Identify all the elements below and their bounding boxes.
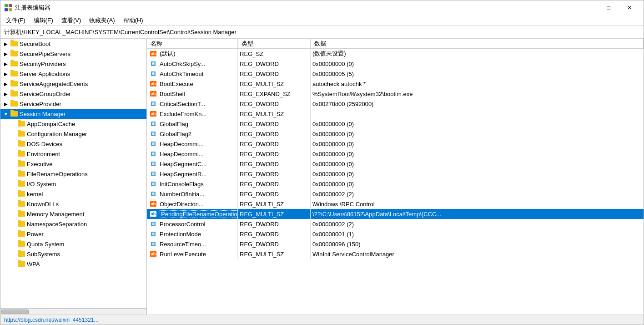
expand-btn-5[interactable]: ▶ [2,90,10,97]
folder-icon-9 [18,131,25,137]
expand-btn-15[interactable] [10,190,17,198]
sidebar-item-5[interactable]: ▶ServiceGroupOrder [0,89,146,99]
close-button[interactable]: ✕ [619,0,640,15]
expand-btn-11[interactable] [10,150,17,157]
table-row[interactable]: ⊞AutoChkSkipSy...REG_DWORD0x00000000 (0) [147,59,644,69]
expand-btn-1[interactable]: ▶ [2,50,10,57]
menu-view[interactable]: 查看(V) [58,15,85,25]
folder-icon-17 [18,211,25,217]
sidebar-horizontal-scrollbar[interactable] [0,308,146,315]
expand-btn-13[interactable] [10,170,17,178]
table-row[interactable]: ⊞CriticalSectionT...REG_DWORD0x00278d00 … [147,99,644,109]
table-row[interactable]: ⊞HeapSegmentR...REG_DWORD0x00000000 (0) [147,169,644,179]
table-row[interactable]: ⊞AutoChkTimeoutREG_DWORD0x00000005 (5) [147,69,644,79]
sidebar-item-20[interactable]: Quota System [0,239,146,249]
sidebar-item-14[interactable]: I/O System [0,179,146,189]
table-row[interactable]: abPendingFileRenameOperationsREG_MULTI_S… [147,209,644,219]
expand-btn-18[interactable] [10,220,17,228]
sidebar-item-21[interactable]: SubSystems [0,249,146,259]
expand-btn-2[interactable]: ▶ [2,60,10,67]
sidebar-item-9[interactable]: Configuration Manager [0,129,146,139]
table-row[interactable]: ⊞HeapSegmentC...REG_DWORD0x00000000 (0) [147,159,644,169]
menu-help[interactable]: 帮助(H) [120,15,147,25]
sidebar-item-19[interactable]: Power [0,229,146,239]
expand-btn-4[interactable]: ▶ [2,80,10,87]
cell-data-18: 0x00000001 (1) [311,229,644,239]
expand-btn-6[interactable]: ▶ [2,100,10,107]
menu-edit[interactable]: 编辑(E) [30,15,57,25]
sidebar-item-18[interactable]: NamespaceSeparation [0,219,146,229]
tree-item-label-9: Configuration Manager [27,131,87,137]
scrollbar-thumb[interactable] [1,310,29,314]
sidebar-item-15[interactable]: kernel [0,189,146,199]
sidebar-item-17[interactable]: Memory Management [0,209,146,219]
tree-item-label-10: DOS Devices [27,141,62,147]
tree-item-label-8: AppCompatCache [27,121,75,127]
minimize-button[interactable]: — [577,0,598,15]
sidebar-item-4[interactable]: ▶ServiceAggregatedEvents [0,79,146,89]
cell-type-12: REG_DWORD [238,169,311,179]
sidebar-item-3[interactable]: ▶Server Applications [0,69,146,79]
table-row[interactable]: ⊞ProtectionModeREG_DWORD0x00000001 (1) [147,229,644,239]
expand-btn-7[interactable]: ▼ [2,110,10,117]
table-row[interactable]: ⊞HeapDecommi...REG_DWORD0x00000000 (0) [147,149,644,159]
sidebar-tree[interactable]: ▶SecureBoot▶SecurePipeServers▶SecurityPr… [0,39,146,308]
expand-btn-14[interactable] [10,180,17,188]
expand-btn-0[interactable]: ▶ [2,40,10,47]
tree-item-label-11: Environment [27,151,60,157]
cell-name-5: ⊞CriticalSectionT... [147,99,238,109]
registry-rows[interactable]: ab(默认)REG_SZ(数值未设置)⊞AutoChkSkipSy...REG_… [147,49,644,315]
cell-type-19: REG_DWORD [238,239,311,249]
folder-icon-18 [18,221,25,227]
table-row[interactable]: abExcludeFromKn...REG_MULTI_SZ [147,109,644,119]
table-row[interactable]: ⊞GlobalFlagREG_DWORD0x00000000 (0) [147,119,644,129]
cell-name-7: ⊞GlobalFlag [147,119,238,129]
sidebar-item-6[interactable]: ▶ServiceProvider [0,99,146,109]
expand-btn-19[interactable] [10,230,17,238]
table-row[interactable]: ⊞GlobalFlag2REG_DWORD0x00000000 (0) [147,129,644,139]
expand-btn-20[interactable] [10,240,17,248]
table-row[interactable]: abBootShellREG_EXPAND_SZ%SystemRoot%\sys… [147,89,644,99]
sidebar-item-8[interactable]: AppCompatCache [0,119,146,129]
svg-rect-0 [5,4,8,7]
sidebar-item-22[interactable]: WPA [0,259,146,269]
reg-icon-dword: ⊞ [149,230,158,238]
sidebar-item-16[interactable]: KnownDLLs [0,199,146,209]
expand-btn-17[interactable] [10,210,17,218]
expand-btn-16[interactable] [10,200,17,208]
folder-icon-20 [18,241,25,247]
status-text: https://blog.csdn.net/weixin_4451321... [4,317,98,323]
sidebar-item-12[interactable]: Executive [0,159,146,169]
table-row[interactable]: ⊞ProcessorControlREG_DWORD0x00000002 (2) [147,219,644,229]
table-row[interactable]: ⊞NumberOfInitia...REG_DWORD0x00000002 (2… [147,189,644,199]
expand-btn-12[interactable] [10,160,17,168]
table-row[interactable]: ab(默认)REG_SZ(数值未设置) [147,49,644,59]
sidebar-item-10[interactable]: DOS Devices [0,139,146,149]
table-row[interactable]: abBootExecuteREG_MULTI_SZautocheck autoc… [147,79,644,89]
table-row[interactable]: ⊞InitConsoleFlagsREG_DWORD0x00000000 (0) [147,179,644,189]
expand-btn-9[interactable] [10,130,17,137]
maximize-button[interactable]: □ [598,0,619,15]
menu-file[interactable]: 文件(F) [2,15,29,25]
sidebar-item-0[interactable]: ▶SecureBoot [0,39,146,49]
folder-icon-5 [10,91,18,96]
reg-icon-dword: ⊞ [149,70,158,77]
table-row[interactable]: ⊞ResourceTimeo...REG_DWORD0x00000096 (15… [147,239,644,249]
cell-name-text-0: (默认) [160,50,176,58]
expand-btn-3[interactable]: ▶ [2,70,10,77]
expand-btn-8[interactable] [10,120,17,127]
table-row[interactable]: abRunLevelExecuteREG_MULTI_SZWinInit Ser… [147,249,644,259]
table-row[interactable]: abObjectDirectori...REG_MULTI_SZ\Windows… [147,199,644,209]
table-row[interactable]: ⊞HeapDecommi...REG_DWORD0x00000000 (0) [147,139,644,149]
cell-name-15: abObjectDirectori... [147,199,238,209]
cell-data-1: 0x00000000 (0) [311,59,644,69]
sidebar-item-7[interactable]: ▼Session Manager [0,109,146,119]
sidebar-item-11[interactable]: Environment [0,149,146,159]
sidebar-item-2[interactable]: ▶SecurityProviders [0,59,146,69]
sidebar-item-1[interactable]: ▶SecurePipeServers [0,49,146,59]
expand-btn-21[interactable] [10,250,17,258]
menu-favorites[interactable]: 收藏夹(A) [86,15,118,25]
sidebar-item-13[interactable]: FileRenameOperations [0,169,146,179]
expand-btn-10[interactable] [10,140,17,147]
expand-btn-22[interactable] [10,260,17,268]
